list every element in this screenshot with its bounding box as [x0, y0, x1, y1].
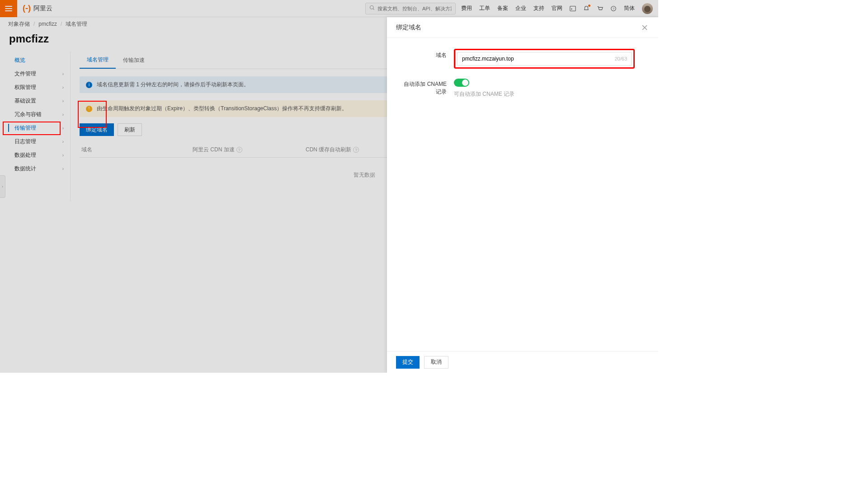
panel-title: 绑定域名: [396, 23, 421, 32]
domain-input[interactable]: [457, 52, 632, 66]
form-label-domain: 域名: [400, 49, 454, 59]
form-control-cname: 可自动添加 CNAME 记录: [454, 78, 646, 98]
bind-domain-panel: 绑定域名 域名 20/63 自动添加 CNAME 记录: [387, 17, 658, 373]
cname-toggle[interactable]: [454, 79, 469, 87]
form-label-cname: 自动添加 CNAME 记录: [400, 78, 454, 96]
cancel-button[interactable]: 取消: [424, 356, 448, 369]
form-row-cname: 自动添加 CNAME 记录 可自动添加 CNAME 记录: [400, 78, 646, 98]
cname-help-text: 可自动添加 CNAME 记录: [454, 90, 646, 98]
close-icon[interactable]: [640, 23, 649, 32]
form-control-domain: 20/63: [454, 49, 646, 69]
toggle-knob-icon: [462, 80, 468, 86]
char-count: 20/63: [614, 56, 627, 61]
submit-button[interactable]: 提交: [396, 356, 420, 369]
form-row-domain: 域名 20/63: [400, 49, 646, 69]
panel-body: 域名 20/63 自动添加 CNAME 记录 可自动添加 CNAME 记录: [387, 38, 658, 351]
annotation-box: 20/63: [454, 49, 635, 69]
panel-header: 绑定域名: [387, 17, 658, 38]
panel-footer: 提交 取消: [387, 351, 658, 373]
